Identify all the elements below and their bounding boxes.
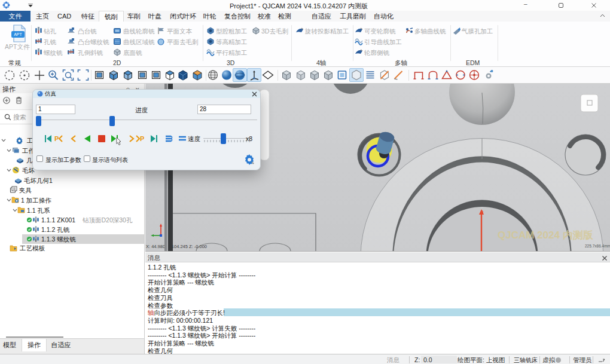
svg-text:APT: APT — [14, 32, 22, 36]
svg-text:QJCAM 2024 内测版: QJCAM 2024 内测版 — [498, 230, 594, 241]
svg-text:X: 44.980 Y: 104.245 Z: -0.000: X: 44.980 Y: 104.245 Z: -0.000 — [146, 244, 207, 249]
svg-text:P: P — [54, 135, 59, 142]
svg-text:P: P — [140, 135, 144, 142]
svg-text:225.7x86.4mm: 225.7x86.4mm — [585, 244, 610, 248]
